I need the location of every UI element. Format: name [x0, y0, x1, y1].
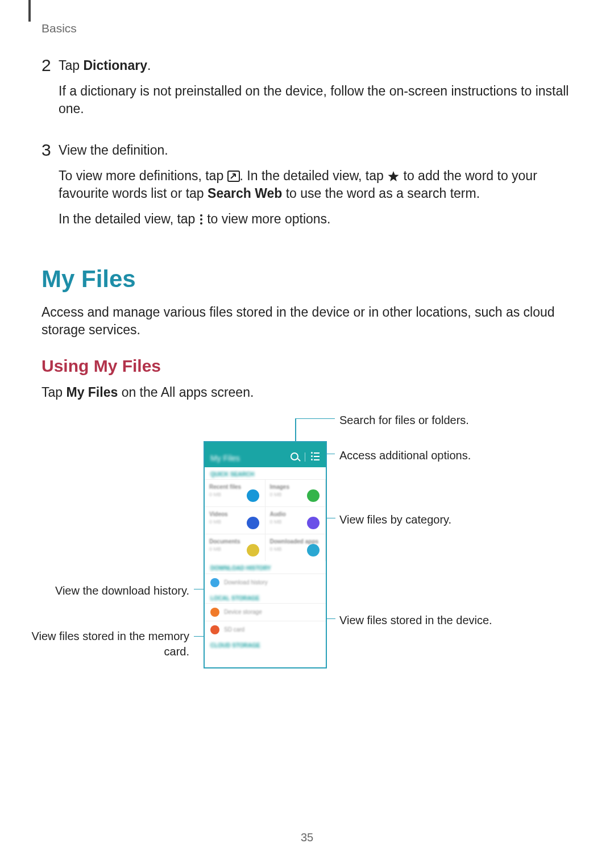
text: In the detailed view, tap — [59, 211, 199, 226]
phone-category-grid: Recent files0 MB Images0 MB Videos0 MB A… — [205, 479, 326, 561]
step3-line2: To view more definitions, tap . In the d… — [59, 167, 576, 202]
video-icon — [247, 517, 259, 529]
callout-sdcard: View files stored in the memory card. — [30, 629, 189, 659]
using-line: Tap My Files on the All apps screen. — [42, 384, 576, 401]
star-icon — [387, 171, 400, 182]
text: . In the detailed view, tap — [240, 168, 388, 183]
row-download-history[interactable]: Download history — [205, 574, 326, 591]
cat-downloaded[interactable]: Downloaded apps0 MB — [265, 534, 326, 561]
label: SD card — [224, 626, 244, 634]
callout-category: View files by category. — [339, 512, 451, 528]
label: Device storage — [224, 608, 262, 616]
text: to view more options. — [204, 211, 331, 226]
heading-my-files: My Files — [42, 263, 576, 296]
step-number: 3 — [42, 142, 59, 236]
step3-line1: View the definition. — [59, 142, 576, 159]
clock-icon — [247, 489, 259, 502]
phone-section-quick: QUICK SEARCH — [205, 467, 326, 480]
phone-section-cloud: CLOUD STORAGE — [205, 638, 326, 651]
svg-point-2 — [200, 218, 202, 221]
text: Tap — [42, 385, 66, 400]
step2-line1: Tap Dictionary. — [59, 57, 576, 74]
text: to use the word as a search term. — [282, 186, 480, 201]
search-icon[interactable] — [291, 452, 298, 460]
phone-section-local: LOCAL STORAGE — [205, 591, 326, 604]
section-name: Basics — [42, 20, 77, 36]
apps-icon — [307, 544, 320, 556]
step-body: View the definition. To view more defini… — [59, 142, 576, 236]
icon-row — [311, 458, 320, 462]
myfiles-intro: Access and manage various files stored i… — [42, 304, 576, 339]
heading-using-my-files: Using My Files — [42, 355, 576, 378]
audio-icon — [307, 517, 320, 529]
callout-device: View files stored in the device. — [339, 613, 492, 628]
divider — [305, 452, 305, 462]
step-number: 2 — [42, 57, 59, 126]
header-rule — [28, 0, 31, 22]
cat-recent[interactable]: Recent files0 MB — [205, 479, 265, 506]
cat-videos[interactable]: Videos0 MB — [205, 506, 265, 534]
document-icon — [247, 544, 259, 556]
text: To view more definitions, tap — [59, 168, 227, 183]
step2-line2: If a dictionary is not preinstalled on t… — [59, 82, 576, 118]
text: Tap — [59, 58, 83, 73]
image-icon — [307, 489, 320, 502]
callout-search: Search for files or folders. — [339, 413, 469, 428]
more-icon[interactable] — [311, 452, 319, 460]
step-body: Tap Dictionary. If a dictionary is not p… — [59, 57, 576, 126]
phone-section-download: DOWNLOAD HISTORY — [205, 561, 326, 574]
lead-line — [295, 418, 335, 420]
label: Download history — [224, 579, 268, 587]
expand-icon — [227, 171, 240, 182]
more-vert-icon — [199, 214, 204, 225]
row-device-storage[interactable]: Device storage — [205, 603, 326, 621]
step-3: 3 View the definition. To view more defi… — [42, 142, 576, 236]
callout-more: Access additional options. — [339, 448, 471, 463]
phone-title: My Files — [210, 453, 240, 464]
page-number: 35 — [0, 830, 614, 845]
step-2: 2 Tap Dictionary. If a dictionary is not… — [42, 57, 576, 126]
phone-header: My Files — [205, 442, 326, 467]
download-icon — [210, 578, 219, 587]
diagram-my-files: Search for files or folders. Access addi… — [42, 418, 576, 686]
bold: My Files — [66, 385, 118, 400]
cat-documents[interactable]: Documents0 MB — [205, 534, 265, 561]
phone-screenshot: My Files QUICK SEARCH Recent files0 MB I… — [204, 441, 327, 668]
text: on the All apps screen. — [118, 385, 254, 400]
cat-images[interactable]: Images0 MB — [265, 479, 326, 506]
text: . — [147, 58, 151, 73]
cat-audio[interactable]: Audio0 MB — [265, 506, 326, 534]
bold: Dictionary — [83, 58, 147, 73]
callout-download: View the download history. — [42, 583, 189, 599]
page-content: 2 Tap Dictionary. If a dictionary is not… — [42, 57, 576, 686]
device-icon — [210, 608, 219, 617]
row-sd-card[interactable]: SD card — [205, 621, 326, 638]
sdcard-icon — [210, 625, 219, 634]
svg-point-1 — [200, 214, 202, 217]
svg-point-3 — [200, 222, 202, 225]
step3-line3: In the detailed view, tap to view more o… — [59, 210, 576, 228]
bold: Search Web — [208, 186, 282, 201]
